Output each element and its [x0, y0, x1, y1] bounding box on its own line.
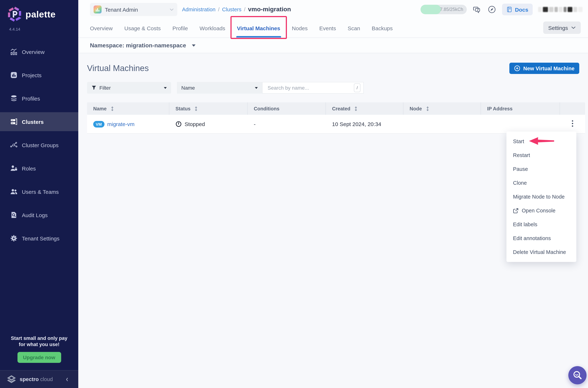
tab-virtual-machines[interactable]: Virtual Machines	[237, 19, 280, 38]
menu-item-clone[interactable]: Clone	[506, 176, 576, 190]
search-input[interactable]	[267, 85, 354, 91]
filter-label: Filter	[99, 85, 111, 91]
sidebar-nav: Overview Projects Profiles	[0, 42, 78, 248]
tab-nodes[interactable]: Nodes	[292, 19, 308, 38]
spectro-cloud-wordmark: spectro cloud	[20, 376, 53, 382]
sidebar-item-label: Projects	[22, 72, 42, 78]
promo-line-2: for what you use!	[0, 341, 78, 348]
column-header-name[interactable]: Name	[87, 102, 169, 115]
redacted-user-info	[538, 6, 583, 13]
users-teams-icon	[9, 187, 18, 196]
tenant-scope-switcher[interactable]: Tenant Admin	[90, 3, 177, 16]
column-header-status[interactable]: Status	[169, 102, 248, 115]
menu-item-start[interactable]: Start	[506, 134, 576, 148]
docs-button[interactable]: Docs	[502, 4, 533, 15]
tab-events[interactable]: Events	[319, 19, 336, 38]
column-header-node[interactable]: Node	[403, 102, 481, 115]
sidebar-item-projects[interactable]: Projects	[0, 66, 78, 85]
search-box: /	[262, 82, 364, 94]
magnifier-smile-icon	[572, 370, 582, 380]
gear-icon	[9, 234, 18, 243]
chevron-down-icon	[170, 8, 174, 11]
usage-meter: 7.85/25kCh	[421, 5, 467, 14]
roles-icon	[9, 164, 18, 173]
column-header-created[interactable]: Created	[326, 102, 403, 115]
external-link-icon	[513, 208, 519, 213]
row-actions-kebab-icon[interactable]	[569, 118, 576, 130]
sidebar-item-cluster-groups[interactable]: Cluster Groups	[0, 136, 78, 154]
vm-badge: VM	[93, 121, 104, 127]
sidebar-item-audit-logs[interactable]: Audit Logs	[0, 205, 78, 224]
breadcrumb-separator: /	[244, 7, 245, 12]
sidebar-item-label: Profiles	[22, 95, 40, 101]
tab-workloads[interactable]: Workloads	[200, 19, 225, 38]
sidebar-collapse-chevron-icon[interactable]: ‹	[66, 375, 68, 384]
tab-profile[interactable]: Profile	[172, 19, 188, 38]
sidebar-item-label: Audit Logs	[22, 212, 48, 218]
tenant-admin-icon	[93, 5, 102, 13]
tab-scan[interactable]: Scan	[348, 19, 360, 38]
column-header-actions	[560, 102, 585, 115]
breadcrumb-clusters[interactable]: Clusters	[222, 7, 241, 12]
docs-label: Docs	[515, 6, 528, 13]
sidebar-item-overview[interactable]: Overview	[0, 42, 78, 61]
menu-item-open-console[interactable]: Open Console	[506, 204, 576, 218]
top-bar-actions: 7.85/25kCh	[421, 4, 583, 15]
sidebar-item-roles[interactable]: Roles	[0, 159, 78, 178]
menu-item-edit-annotations[interactable]: Edit annotations	[506, 231, 576, 245]
new-virtual-machine-button[interactable]: New Virtual Machine	[510, 63, 579, 74]
menu-item-edit-labels[interactable]: Edit labels	[506, 218, 576, 231]
brand-name: palette	[25, 9, 56, 20]
sidebar-item-users-teams[interactable]: Users & Teams	[0, 182, 78, 201]
sidebar-item-label: Cluster Groups	[22, 142, 59, 148]
search-field-dropdown[interactable]: Name	[177, 82, 262, 94]
compass-icon[interactable]	[487, 5, 497, 14]
sidebar-item-label: Users & Teams	[22, 189, 59, 195]
tenant-scope-label: Tenant Admin	[105, 6, 170, 13]
vm-status-cell: Stopped	[169, 121, 248, 127]
plus-circle-icon	[514, 65, 520, 72]
menu-item-pause[interactable]: Pause	[506, 162, 576, 176]
page-title: Virtual Machines	[87, 63, 149, 73]
sidebar-item-tenant-settings[interactable]: Tenant Settings	[0, 229, 78, 248]
menu-item-restart[interactable]: Restart	[506, 148, 576, 162]
menu-item-delete-virtual-machine[interactable]: Delete Virtual Machine	[506, 245, 576, 259]
sidebar-item-label: Roles	[22, 165, 36, 171]
vm-name-link[interactable]: migrate-vm	[107, 121, 135, 127]
breadcrumb-administration[interactable]: Administration	[182, 7, 216, 12]
chevron-down-icon	[571, 26, 576, 29]
vm-conditions-cell: -	[248, 121, 326, 127]
spectro-cloud-logo-icon	[7, 374, 16, 384]
breadcrumb: Administration / Clusters / vmo-migratio…	[182, 6, 291, 13]
projects-icon	[9, 71, 18, 79]
sidebar-item-label: Clusters	[22, 119, 44, 125]
sidebar-footer: spectro cloud ‹	[0, 370, 78, 388]
overview-icon	[9, 47, 18, 56]
tab-overview[interactable]: Overview	[90, 19, 113, 38]
vm-created-cell: 10 Sept 2024, 20:34	[326, 121, 403, 127]
column-header-conditions: Conditions	[248, 102, 326, 115]
filter-dropdown[interactable]: Filter	[87, 82, 171, 94]
menu-item-migrate-node-to-node[interactable]: Migrate Node to Node	[506, 190, 576, 204]
floating-search-help-button[interactable]	[568, 366, 587, 384]
tab-usage-costs[interactable]: Usage & Costs	[124, 19, 161, 38]
chat-icon[interactable]	[472, 5, 482, 14]
vm-name-cell: VM migrate-vm	[87, 121, 169, 127]
upgrade-now-button[interactable]: Upgrade now	[17, 352, 61, 363]
tab-backups[interactable]: Backups	[372, 19, 393, 38]
sort-icon	[354, 106, 358, 111]
sidebar-item-profiles[interactable]: Profiles	[0, 89, 78, 108]
sort-icon	[426, 106, 430, 111]
search-shortcut-key: /	[354, 83, 361, 92]
sidebar-item-label: Tenant Settings	[22, 235, 60, 241]
audit-logs-icon	[9, 211, 18, 219]
sidebar-item-clusters[interactable]: Clusters	[0, 112, 78, 131]
book-icon	[507, 7, 512, 12]
namespace-caret-icon[interactable]	[192, 44, 196, 47]
namespace-bar: Namespace: migration-namespace	[78, 38, 588, 53]
sidebar-item-label: Overview	[22, 49, 45, 55]
table-row: VM migrate-vm Stopped - 10 Sept 2024, 20…	[87, 115, 585, 134]
search-field-label: Name	[181, 85, 195, 91]
settings-button[interactable]: Settings	[543, 22, 581, 34]
app-version: 4.4.14	[9, 27, 78, 31]
